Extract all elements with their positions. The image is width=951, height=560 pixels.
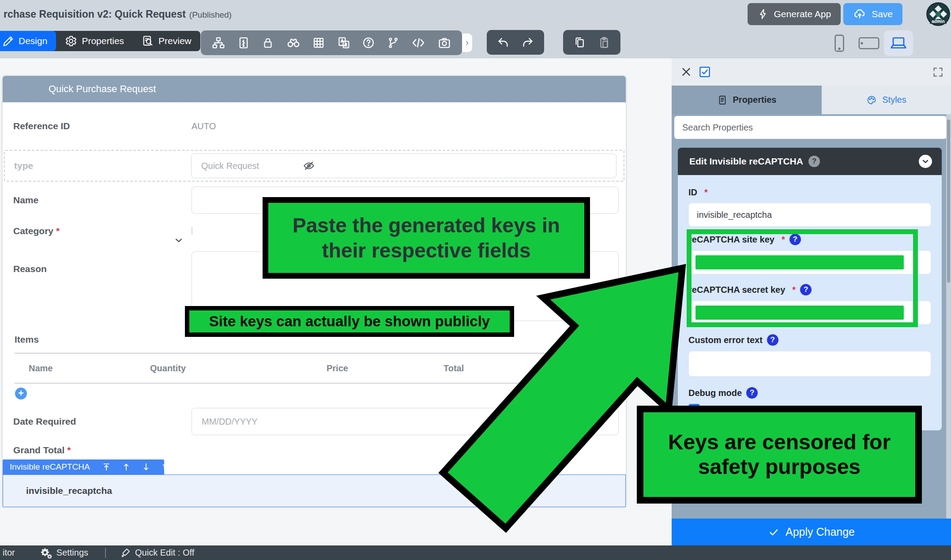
move-top-icon[interactable]	[101, 462, 111, 472]
status-bar: itor Settings Quick Edit : Off	[0, 545, 951, 560]
field-label: type	[14, 161, 191, 171]
desktop-preview-button[interactable]	[884, 30, 913, 56]
published-badge: (Published)	[189, 10, 232, 19]
recaptcha-element[interactable]: invisible_recaptcha	[3, 474, 626, 507]
tab-panel-styles[interactable]: Styles	[822, 86, 951, 114]
grid-icon[interactable]	[312, 36, 325, 49]
camera-icon[interactable]	[437, 36, 451, 50]
code-icon[interactable]	[411, 35, 426, 50]
site-key-label: reCAPTCHA site key* ?	[688, 234, 931, 245]
scrollbar-thumb[interactable]	[947, 119, 950, 283]
binoculars-icon[interactable]	[286, 35, 301, 50]
device-preview-group	[823, 28, 951, 58]
translate-icon[interactable]	[337, 36, 351, 50]
form-structure-icon[interactable]	[237, 36, 250, 49]
gears-icon	[41, 547, 52, 559]
edit-recaptcha-section: Edit Invisible reCAPTCHA ? ID* reCAPTCHA…	[678, 148, 942, 430]
redo-icon[interactable]	[521, 36, 534, 49]
secret-key-help-icon[interactable]: ?	[800, 284, 812, 295]
section-header[interactable]: Edit Invisible reCAPTCHA ?	[678, 148, 942, 175]
required-asterisk: *	[782, 235, 785, 245]
form-card: Quick Purchase Request Reference ID AUTO…	[3, 76, 626, 506]
field-reference-id[interactable]: Reference ID AUTO	[3, 102, 626, 150]
top-bar: rchase Requisition v2: Quick Request(Pub…	[0, 0, 951, 28]
tab-design[interactable]: Design	[0, 31, 56, 51]
field-type-hidden[interactable]: type	[4, 150, 624, 182]
chevron-down-icon	[173, 235, 184, 246]
avatar-label: admin	[932, 19, 944, 24]
date-input[interactable]	[192, 408, 619, 435]
delete-icon[interactable]	[161, 462, 171, 472]
undo-icon[interactable]	[496, 36, 510, 49]
items-col-price: Price	[327, 363, 444, 373]
section-title: Edit Invisible reCAPTCHA	[689, 156, 803, 167]
checkbox-select-icon[interactable]	[698, 65, 711, 78]
required-asterisk: *	[67, 445, 71, 455]
required-asterisk: *	[56, 226, 60, 236]
save-button[interactable]: Save	[843, 3, 902, 25]
lock-icon[interactable]	[261, 36, 274, 49]
type-input[interactable]	[191, 153, 616, 178]
statusbar-left-fragment[interactable]: itor	[3, 548, 15, 558]
help-icon[interactable]	[362, 36, 375, 49]
reference-id-value: AUTO	[192, 121, 619, 131]
add-row-icon[interactable]: +	[15, 388, 27, 399]
expand-icon[interactable]	[932, 66, 944, 78]
phone-preview-icon[interactable]	[831, 34, 848, 53]
id-label: ID*	[688, 187, 931, 198]
toolbar-expand-chevron[interactable]: ›	[462, 34, 472, 52]
app-title-text: rchase Requisition v2: Quick Request	[4, 8, 186, 20]
field-date-required[interactable]: Date Required	[3, 403, 626, 440]
collapse-chevron-icon[interactable]	[919, 155, 932, 168]
section-help-icon[interactable]: ?	[808, 156, 820, 167]
paste-icon[interactable]	[598, 36, 611, 49]
panel-scrollbar[interactable]	[946, 114, 951, 545]
field-grand-total-label: Grand Total*	[3, 441, 626, 459]
censored-keys-group: reCAPTCHA site key* ? reCAPTCHA secret k…	[688, 234, 931, 325]
items-col-total: Total	[444, 363, 626, 373]
quick-edit-toggle[interactable]: Quick Edit : Off	[120, 548, 194, 558]
panel-tabs: Properties Styles	[672, 86, 951, 114]
settings-button[interactable]: Settings	[41, 547, 88, 559]
field-label: Name	[13, 195, 192, 205]
clipboard-group	[563, 30, 620, 55]
branch-icon[interactable]	[387, 36, 400, 49]
items-header-row: Name Quantity Price Total	[3, 354, 626, 383]
move-up-icon[interactable]	[121, 462, 131, 472]
field-label: Reason	[13, 251, 192, 274]
panel-resize-handle[interactable]: ||	[673, 294, 679, 321]
tablet-preview-icon[interactable]	[857, 34, 880, 52]
sitemap-icon[interactable]	[211, 36, 226, 50]
annotation-paste-keys: Paste the generated keys in their respec…	[263, 197, 590, 279]
preview-icon	[142, 35, 154, 47]
search-properties-input[interactable]	[674, 116, 947, 139]
site-key-censor-bar	[695, 255, 904, 269]
custom-error-help-icon[interactable]: ?	[767, 334, 778, 346]
required-asterisk: *	[792, 285, 796, 295]
debug-mode-help-icon[interactable]: ?	[746, 387, 758, 399]
secret-key-censor-bar	[695, 306, 904, 320]
tab-panel-properties[interactable]: Properties	[672, 86, 822, 114]
apply-change-button[interactable]: Apply Change	[672, 519, 951, 545]
category-select[interactable]	[192, 227, 192, 235]
lightning-icon	[757, 8, 769, 20]
palette-icon	[866, 95, 877, 105]
check-icon	[768, 526, 779, 538]
tab-preview[interactable]: Preview	[133, 31, 200, 51]
generate-app-button[interactable]: Generate App	[748, 3, 841, 25]
custom-error-input[interactable]	[688, 351, 931, 377]
mode-tabs: Design Properties Preview	[0, 31, 200, 51]
id-input[interactable]	[688, 203, 931, 227]
toolbar-row: Design Properties Preview ›	[0, 28, 951, 58]
form-title-bar: Quick Purchase Request	[3, 76, 626, 102]
statusbar-divider	[105, 548, 106, 558]
field-label: Date Required	[13, 416, 192, 427]
move-down-icon[interactable]	[141, 462, 151, 472]
annotation-site-keys-public: Site keys can actually be shown publicly	[185, 306, 514, 337]
tab-properties[interactable]: Properties	[56, 31, 133, 51]
site-key-help-icon[interactable]: ?	[789, 234, 801, 245]
copy-icon[interactable]	[573, 36, 586, 49]
avatar[interactable]: admin	[926, 2, 950, 26]
selected-element-toolbar: Invisible reCAPTCHA	[3, 459, 164, 474]
close-icon[interactable]	[680, 66, 692, 78]
